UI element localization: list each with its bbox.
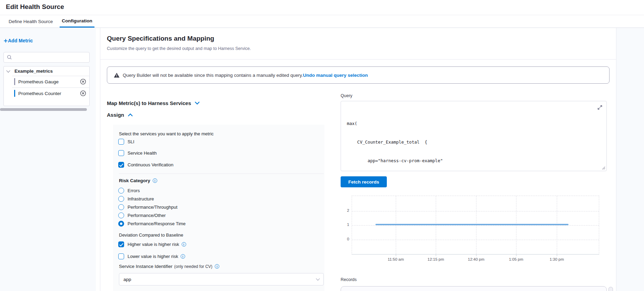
risk-category-header: Risk Category	[119, 178, 157, 183]
expand-query-button[interactable]	[597, 105, 603, 110]
deviation-label: Deviation Compared to Baseline	[119, 232, 183, 238]
radio-performance-other[interactable]: Performance/Other	[118, 212, 166, 218]
right-background-strip	[616, 28, 644, 291]
checkbox-label: Lower value is higher risk	[128, 254, 178, 259]
x-tick	[436, 254, 436, 256]
metric-group-row[interactable]: Example_metrics	[4, 66, 89, 76]
chevron-down-icon	[6, 69, 10, 72]
series-line	[375, 224, 568, 225]
radio-label: Errors	[128, 188, 140, 193]
service-instance-select[interactable]: app	[119, 273, 324, 285]
radio-label: Performance/Throughput	[128, 205, 178, 210]
radio-label: Performance/Response Time	[128, 221, 185, 226]
query-builder-warning: Query Builder will not be available sinc…	[107, 66, 610, 84]
add-metric-button[interactable]: Add Metric	[3, 38, 33, 43]
assign-label: Assign	[107, 112, 124, 118]
remove-metric-button[interactable]	[80, 90, 86, 96]
chevron-down-icon	[195, 102, 200, 105]
query-editor[interactable]: max( CV_Counter_Example_total { app="har…	[341, 101, 607, 171]
radio-label: Performance/Other	[128, 213, 166, 218]
info-icon[interactable]	[182, 242, 186, 247]
metric-item-label: Prometheus Counter	[18, 91, 80, 96]
x-axis-label: 12:40 pm	[464, 257, 489, 261]
x-tick	[476, 254, 476, 256]
info-icon[interactable]	[215, 264, 219, 269]
add-metric-label: Add Metric	[8, 38, 33, 43]
checkbox-higher-value-higher-risk[interactable]: Higher value is higher risk	[118, 241, 186, 247]
checkbox-label: Higher value is higher risk	[128, 242, 179, 247]
checkbox-service-health[interactable]: Service Health	[118, 150, 157, 156]
services-label: Select the services you want to apply th…	[119, 131, 214, 136]
checkbox-checked-icon	[118, 241, 124, 247]
y-axis-label: 0	[341, 237, 349, 241]
radio-icon	[118, 212, 124, 218]
gridline-y2	[352, 211, 599, 211]
checkbox-continuous-verification[interactable]: Continuous Verification	[118, 162, 173, 168]
metric-group-name: Example_metrics	[14, 69, 53, 74]
service-instance-value: app	[123, 277, 316, 282]
service-instance-label: Service Instance Identifier	[119, 264, 172, 269]
info-icon[interactable]	[153, 178, 157, 183]
resize-handle[interactable]	[602, 166, 605, 170]
info-icon[interactable]	[181, 254, 185, 259]
y-axis-label: 2	[341, 208, 349, 212]
radio-icon	[118, 196, 124, 202]
radio-infrastructure[interactable]: Infrastructure	[118, 196, 154, 202]
checkbox-sli[interactable]: SLI	[118, 139, 134, 145]
gridline-y1	[352, 225, 599, 226]
metric-accent-bar	[14, 90, 15, 97]
query-code-line: app="harness-cv-prom-example"	[347, 158, 443, 164]
assign-panel: Select the services you want to apply th…	[113, 125, 324, 291]
metric-tree: Example_metrics Prometheus Gauge Prometh…	[3, 66, 90, 106]
checkbox-label: Service Health	[128, 150, 157, 156]
page-title: Edit Health Source	[6, 3, 64, 11]
expand-icon	[597, 105, 603, 110]
metric-search	[3, 52, 90, 63]
query-results-chart: 2 1 0 11:50 am 12:15 pm 12:40 pm 1:05 pm…	[352, 196, 599, 254]
checkbox-label: Continuous Verification	[128, 162, 173, 167]
query-code-line: max(	[347, 121, 443, 127]
metric-item-prometheus-gauge[interactable]: Prometheus Gauge	[4, 76, 89, 87]
warning-triangle-icon	[114, 73, 120, 78]
map-metric-section-header[interactable]: Map Metric(s) to Harness Services	[107, 100, 200, 106]
search-input[interactable]	[14, 55, 89, 60]
radio-label: Infrastructure	[128, 196, 154, 201]
checkbox-icon	[118, 150, 124, 156]
chevron-up-icon	[128, 113, 133, 116]
radio-performance-throughput[interactable]: Performance/Throughput	[118, 204, 178, 210]
radio-errors[interactable]: Errors	[118, 188, 140, 194]
service-instance-identifier-header: Service Instance Identifier (only needed…	[119, 264, 219, 269]
section-subheading: Customize the query to get the desired o…	[107, 46, 251, 51]
y-axis-label: 1	[341, 222, 349, 227]
sidebar-horizontal-scrollbar[interactable]	[0, 108, 87, 111]
checkbox-icon	[118, 139, 124, 145]
fetch-records-button[interactable]: Fetch records	[341, 176, 387, 187]
checkbox-lower-value-higher-risk[interactable]: Lower value is higher risk	[118, 253, 185, 259]
tab-define-health-source[interactable]: Define Health Source	[7, 15, 55, 28]
records-scrollbar[interactable]	[608, 287, 613, 291]
x-tick	[516, 254, 516, 256]
radio-icon	[118, 204, 124, 210]
tab-configuration[interactable]: Configuration	[60, 15, 94, 28]
x-tick	[396, 254, 396, 256]
undo-query-selection-link[interactable]: Undo manual query selection	[303, 73, 368, 78]
resize-grip-icon	[602, 166, 605, 170]
service-instance-note: (only needed for CV)	[174, 264, 212, 269]
gridline-y0	[352, 240, 599, 240]
warning-text: Query Builder will not be available sinc…	[123, 73, 303, 78]
edit-health-source-dialog: Edit Health Source Define Health Source …	[0, 0, 644, 291]
remove-metric-button[interactable]	[80, 79, 86, 85]
metric-item-prometheus-counter[interactable]: Prometheus Counter	[4, 87, 89, 99]
records-label: Records	[341, 277, 357, 282]
radio-selected-icon	[118, 221, 124, 227]
radio-performance-response-time[interactable]: Performance/Response Time	[118, 221, 185, 227]
circle-x-icon	[80, 90, 86, 96]
tab-bar: Define Health Source Configuration	[0, 15, 644, 28]
plus-icon	[3, 39, 8, 43]
records-box	[341, 286, 607, 291]
heading-divider	[100, 59, 616, 60]
checkbox-icon	[118, 253, 124, 259]
title-bar: Edit Health Source	[0, 0, 644, 15]
assign-section-header[interactable]: Assign	[107, 112, 133, 118]
checkbox-label: SLI	[128, 139, 134, 144]
